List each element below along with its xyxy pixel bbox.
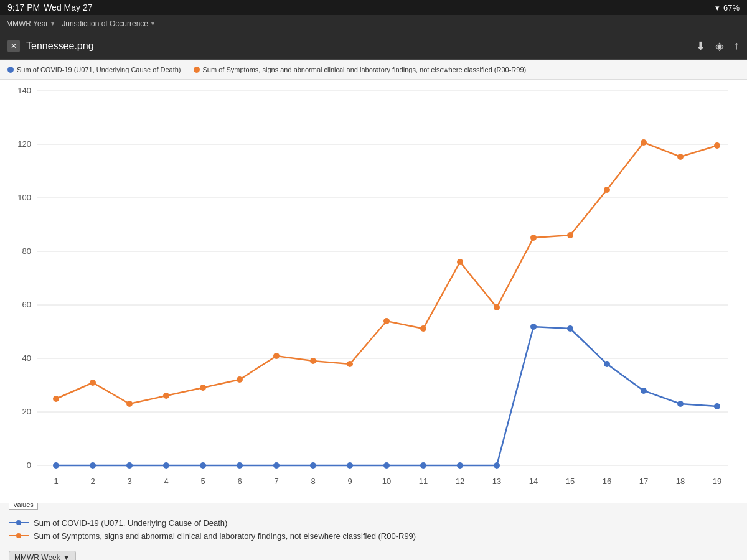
- blue-dot-5: [200, 462, 206, 469]
- svg-text:8: 8: [311, 477, 315, 486]
- orange-dot-4: [163, 393, 169, 399]
- orange-dot-3: [126, 401, 133, 407]
- svg-text:60: 60: [22, 300, 31, 309]
- svg-text:14: 14: [529, 477, 538, 486]
- close-button[interactable]: ✕: [7, 40, 20, 52]
- blue-dot-6: [237, 462, 243, 469]
- svg-text:15: 15: [566, 477, 575, 486]
- svg-point-38: [16, 533, 21, 538]
- svg-text:20: 20: [22, 407, 31, 416]
- svg-text:13: 13: [492, 477, 501, 486]
- legend-series-2-label: Sum of Symptoms, signs and abnormal clin…: [34, 531, 416, 541]
- jurisdiction-filter[interactable]: Jurisdiction of Occurrence ▼: [62, 19, 156, 28]
- svg-text:1: 1: [54, 477, 58, 486]
- svg-text:9: 9: [347, 477, 352, 486]
- blue-dot-15: [567, 325, 573, 332]
- svg-point-36: [16, 520, 21, 525]
- download-icon[interactable]: ⬇: [696, 39, 705, 53]
- blue-dot-3: [126, 462, 133, 469]
- chart-svg: 0 20 40 60 80 100 120 140 1 2 3 4 5 6 7 …: [0, 80, 747, 503]
- svg-text:5: 5: [200, 477, 205, 486]
- share-icon[interactable]: ↑: [734, 39, 740, 52]
- orange-dot-7: [273, 353, 280, 359]
- time: 9:17 PM: [7, 2, 40, 12]
- blue-dot-11: [420, 462, 426, 469]
- mmwr-year-filter[interactable]: MMWR Year ▼: [6, 19, 55, 28]
- svg-text:40: 40: [22, 353, 31, 363]
- blue-dot-1: [53, 462, 59, 469]
- status-right: ▾ 67%: [715, 3, 740, 12]
- orange-dot-9: [347, 361, 353, 367]
- date: Wed May 27: [44, 2, 92, 12]
- mmwr-week-button[interactable]: MMWR Week ▼: [9, 551, 76, 561]
- legend-bar: Sum of COVID-19 (U071, Underlying Cause …: [0, 60, 747, 80]
- blue-dot-17: [641, 388, 647, 394]
- blue-dot-16: [604, 361, 610, 367]
- chart-container: 0 20 40 60 80 100 120 140 1 2 3 4 5 6 7 …: [0, 80, 747, 503]
- svg-text:18: 18: [676, 477, 685, 486]
- svg-text:6: 6: [237, 477, 242, 486]
- legend-section: Sum of COVID-19 (U071, Underlying Cause …: [9, 518, 416, 541]
- filter1-label: MMWR Year: [6, 19, 48, 28]
- svg-text:120: 120: [17, 139, 31, 149]
- legend-label-1: Sum of COVID-19 (U071, Underlying Cause …: [17, 66, 181, 73]
- orange-dot-6: [237, 376, 243, 383]
- svg-text:100: 100: [17, 193, 31, 202]
- orange-dot-11: [420, 325, 426, 332]
- legend-row-blue: Sum of COVID-19 (U071, Underlying Cause …: [9, 518, 416, 528]
- drive-icon[interactable]: ◈: [715, 39, 724, 53]
- svg-text:11: 11: [419, 477, 428, 486]
- legend-item-2: Sum of Symptoms, signs and abnormal clin…: [194, 66, 527, 73]
- mmwr-week-arrow: ▼: [63, 553, 70, 561]
- blue-dot-4: [163, 462, 169, 469]
- svg-text:19: 19: [713, 477, 721, 486]
- legend-label-2: Sum of Symptoms, signs and abnormal clin…: [203, 66, 527, 73]
- svg-text:16: 16: [603, 477, 611, 486]
- legend-row-orange: Sum of Symptoms, signs and abnormal clin…: [9, 531, 416, 541]
- bottom-bar: Values Sum of COVID-19 (U071, Underlying…: [0, 503, 747, 560]
- blue-dot-2: [90, 462, 96, 469]
- svg-text:3: 3: [127, 477, 131, 486]
- blue-dot-12: [457, 462, 463, 469]
- orange-dot-8: [310, 358, 316, 364]
- blue-dot-7: [273, 462, 280, 469]
- svg-text:12: 12: [456, 477, 464, 486]
- blue-dot-19: [714, 403, 720, 409]
- blue-dot-13: [494, 462, 500, 469]
- svg-text:7: 7: [274, 477, 278, 486]
- orange-dot-1: [53, 396, 59, 402]
- svg-text:0: 0: [27, 460, 31, 470]
- orange-dot-5: [200, 385, 206, 391]
- svg-text:10: 10: [382, 477, 391, 486]
- orange-dot-15: [567, 232, 573, 238]
- legend-series-1-label: Sum of COVID-19 (U071, Underlying Cause …: [34, 518, 227, 528]
- filter-bar: MMWR Year ▼ Jurisdiction of Occurrence ▼: [0, 15, 747, 32]
- orange-dot-2: [90, 380, 96, 386]
- wifi-icon: ▾: [715, 3, 720, 12]
- orange-dot-16: [604, 187, 610, 193]
- status-left: 9:17 PM Wed May 27: [7, 2, 92, 12]
- orange-dot-14: [530, 235, 537, 241]
- blue-line: [56, 327, 717, 465]
- svg-text:140: 140: [17, 86, 31, 95]
- orange-dot-12: [457, 259, 463, 265]
- orange-dot-18: [677, 154, 684, 160]
- top-bar-left: ✕ Tennessee.png: [7, 40, 94, 52]
- svg-text:4: 4: [164, 477, 168, 486]
- svg-text:2: 2: [90, 477, 95, 486]
- filter1-arrow: ▼: [50, 21, 55, 27]
- legend-dot-orange: [194, 67, 200, 73]
- filter2-arrow: ▼: [150, 21, 156, 27]
- orange-dot-17: [641, 139, 647, 146]
- orange-legend-icon: [9, 533, 29, 539]
- orange-dot-10: [383, 318, 390, 324]
- top-bar-right: ⬇ ◈ ↑: [696, 39, 740, 53]
- svg-text:17: 17: [639, 477, 648, 486]
- mmwr-week-label: MMWR Week: [14, 553, 60, 561]
- blue-dot-8: [310, 462, 316, 469]
- blue-dot-18: [677, 401, 684, 407]
- legend-item-1: Sum of COVID-19 (U071, Underlying Cause …: [7, 66, 181, 73]
- blue-dot-10: [383, 462, 390, 469]
- status-bar: 9:17 PM Wed May 27 ▾ 67%: [0, 0, 747, 15]
- battery: 67%: [723, 3, 740, 12]
